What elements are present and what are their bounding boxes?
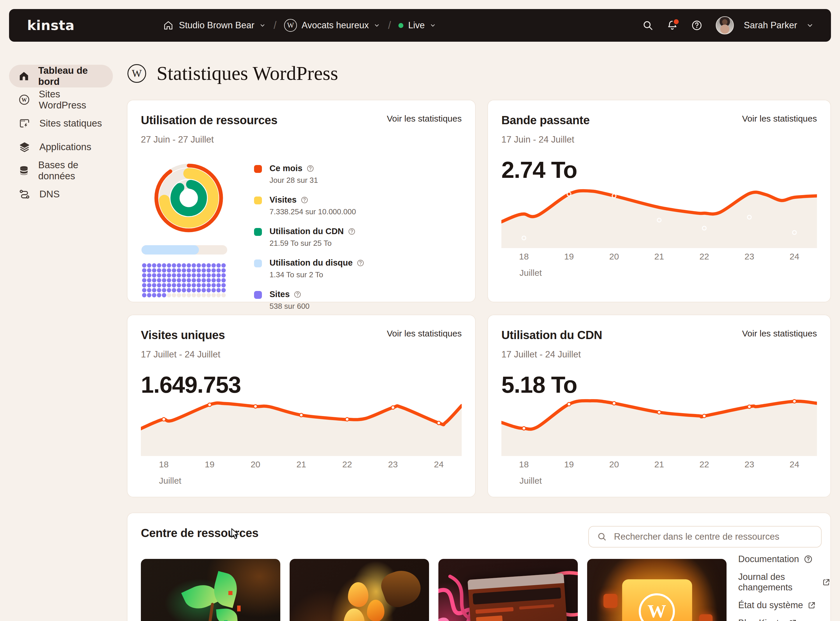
legend-label: Ce mois	[270, 164, 302, 173]
external-link-icon	[822, 578, 830, 586]
mouse-cursor	[230, 528, 240, 539]
resource-tile-dashboard-illustration[interactable]	[438, 559, 578, 621]
visits-total-value: 1.649.753	[141, 371, 462, 398]
legend-label: Sites	[270, 289, 290, 299]
navbar-actions: Sarah Parker	[642, 16, 814, 35]
user-name: Sarah Parker	[744, 20, 797, 30]
chevron-down-icon	[259, 22, 266, 29]
database-icon	[18, 165, 29, 176]
system-status-link[interactable]: État du système	[738, 600, 830, 610]
breadcrumb-separator: /	[272, 19, 278, 32]
cdn-total-value: 5.18 To	[501, 371, 817, 398]
resource-tile-community-illustration[interactable]	[290, 559, 429, 621]
notifications-bell-icon[interactable]	[667, 20, 678, 31]
bandwidth-total-value: 2.74 To	[501, 156, 817, 183]
help-icon[interactable]	[294, 291, 301, 298]
static-site-icon	[18, 118, 30, 129]
sidebar-item-dashboard[interactable]: Tableau de bord	[9, 65, 113, 88]
sidebar-item-label: Sites WordPress	[39, 89, 103, 111]
wordpress-icon: W	[18, 94, 30, 106]
bandwidth-card: Bande passante Voir les statistiques 17 …	[487, 100, 831, 302]
legend-label: Utilisation du CDN	[270, 227, 344, 236]
help-icon[interactable]	[348, 228, 356, 235]
sidebar-item-applications[interactable]: Applications	[9, 136, 113, 158]
breadcrumb-site[interactable]: W Avocats heureux	[284, 19, 381, 32]
wordpress-icon: W	[284, 19, 297, 32]
resource-legend: Ce mois Jour 28 sur 31 Visites 7.338.254…	[229, 163, 462, 321]
sidebar-item-static-sites[interactable]: Sites statiques	[9, 112, 113, 135]
bandwidth-line-chart: 18192021222324 Juillet	[501, 186, 817, 278]
card-title: Bande passante	[501, 114, 590, 127]
environment-selector[interactable]: Live	[399, 20, 436, 30]
resource-center-links: Documentation Journal des changements Ét…	[738, 554, 830, 621]
legend-label: Utilisation du disque	[270, 258, 353, 268]
sidebar-item-databases[interactable]: Bases de données	[9, 159, 113, 182]
x-axis-month-label: Juillet	[141, 476, 462, 486]
svg-text:W: W	[21, 97, 27, 103]
environment-label: Live	[408, 20, 425, 30]
wordpress-icon: W	[127, 64, 146, 83]
sidebar-item-wordpress-sites[interactable]: W Sites WordPress	[9, 88, 113, 111]
sidebar-item-label: DNS	[39, 189, 60, 200]
x-axis-ticks: 18192021222324	[501, 251, 817, 263]
legend-item: Utilisation du disque 1.34 To sur 2 To	[254, 258, 462, 279]
user-menu[interactable]: Sarah Parker	[716, 16, 814, 35]
card-period: 17 Juin - 24 Juillet	[501, 135, 817, 145]
sidebar-item-dns[interactable]: DNS	[9, 183, 113, 206]
legend-detail: 21.59 To sur 25 To	[270, 239, 356, 248]
legend-item: Visites 7.338.254 sur 10.000.000	[254, 195, 462, 216]
breadcrumb-separator: /	[386, 19, 393, 32]
sidebar-item-label: Applications	[39, 141, 91, 153]
legend-detail: 7.338.254 sur 10.000.000	[270, 207, 356, 216]
kinsta-blog-link[interactable]: Blog Kinsta	[738, 618, 830, 621]
cdn-usage-card: Utilisation du CDN Voir les statistiques…	[487, 315, 831, 497]
legend-swatch	[254, 228, 262, 236]
chevron-down-icon	[429, 22, 436, 29]
view-statistics-link[interactable]: Voir les statistiques	[742, 114, 817, 124]
chevron-down-icon	[806, 21, 814, 29]
resource-donut-chart	[154, 163, 224, 233]
resource-tile-wordpress-illustration[interactable]: W	[587, 559, 726, 621]
help-icon[interactable]	[357, 259, 364, 267]
legend-swatch	[254, 291, 262, 299]
dns-route-icon	[18, 189, 30, 200]
live-status-icon	[399, 23, 403, 28]
breadcrumb-company[interactable]: Studio Brown Bear	[162, 20, 266, 30]
search-icon[interactable]	[642, 20, 654, 31]
resource-visuals	[141, 163, 229, 321]
avatar	[716, 16, 734, 35]
home-icon	[18, 71, 29, 82]
disk-usage-progress	[141, 245, 227, 254]
legend-item: Ce mois Jour 28 sur 31	[254, 164, 462, 185]
legend-item: Utilisation du CDN 21.59 To sur 25 To	[254, 227, 462, 248]
changelog-link[interactable]: Journal des changements	[738, 572, 830, 593]
kinsta-logo: kinsta	[27, 18, 75, 33]
card-title: Utilisation du CDN	[501, 329, 602, 342]
help-icon[interactable]	[306, 165, 314, 172]
breadcrumb: Studio Brown Bear / W Avocats heureux / …	[162, 19, 437, 32]
card-period: 17 Juillet - 24 Juillet	[141, 349, 462, 360]
page-title: Statistiques WordPress	[157, 62, 338, 85]
sidebar-item-label: Bases de données	[38, 159, 103, 182]
sites-dot-grid	[142, 263, 229, 297]
top-navbar: kinsta Studio Brown Bear / W Avocats heu…	[9, 9, 831, 42]
help-icon[interactable]	[691, 20, 702, 31]
legend-detail: Jour 28 sur 31	[270, 176, 318, 185]
legend-label: Visites	[270, 195, 297, 204]
resource-tile-growth-illustration[interactable]	[141, 559, 280, 621]
help-icon	[804, 555, 813, 563]
search-input[interactable]	[613, 531, 813, 542]
legend-item: Sites 538 sur 600	[254, 289, 462, 311]
documentation-link[interactable]: Documentation	[738, 554, 830, 565]
resource-tiles: W	[141, 559, 726, 621]
card-period: 27 Juin - 27 Juillet	[141, 135, 462, 145]
external-link-icon	[788, 619, 797, 621]
view-statistics-link[interactable]: Voir les statistiques	[387, 329, 462, 338]
view-statistics-link[interactable]: Voir les statistiques	[387, 114, 462, 124]
view-statistics-link[interactable]: Voir les statistiques	[742, 329, 817, 338]
help-icon[interactable]	[301, 196, 308, 204]
x-axis-month-label: Juillet	[501, 268, 817, 278]
resource-center-search[interactable]	[588, 526, 822, 548]
chevron-down-icon	[373, 22, 381, 29]
x-axis-ticks: 18192021222324	[501, 459, 817, 471]
